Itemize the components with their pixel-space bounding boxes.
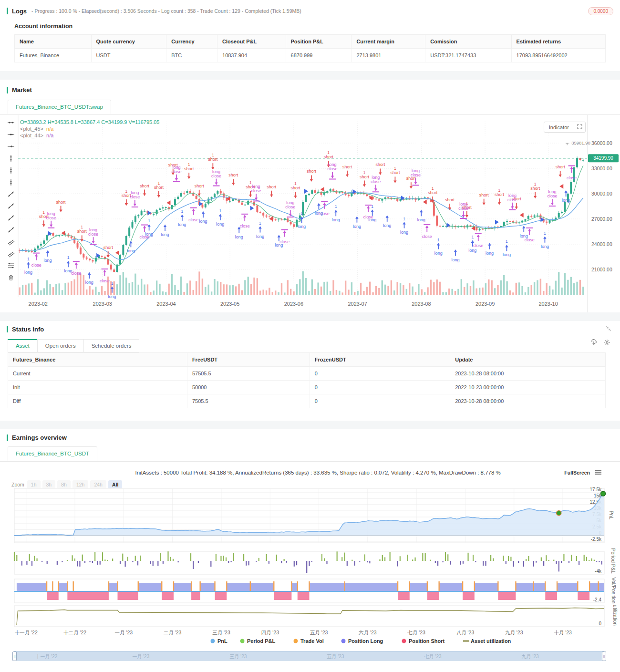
indicator-button[interactable]: Indicator [544,122,586,133]
svg-text:close: close [46,216,56,220]
fullscreen-button[interactable]: FullScreen [564,470,590,476]
market-chart-svg[interactable]: 34199.9035981.9036000.0033000.0030000.00… [0,115,620,312]
svg-text:0: 0 [599,621,601,626]
earnings-tab-futures-binance-btc-usdt[interactable]: Futures_Binance_BTC_USDT [8,446,97,461]
svg-text:long: long [400,230,408,235]
status-row: Current57505.502023-10-28 08:00:00 [8,367,606,381]
svg-text:1: 1 [534,182,537,186]
account-cell: USDT:321.1747433 [425,49,511,62]
svg-text:close: close [458,206,468,211]
ray-tool-icon[interactable] [7,214,15,222]
parallel2-tool-icon[interactable] [7,250,15,258]
svg-text:long: long [434,251,443,256]
svg-text:PnL: PnL [217,638,227,644]
plot44-value: n/a [46,133,53,138]
market-section: Market Futures_Binance_BTC_USDT:swap O=3… [0,80,620,312]
svg-text:close: close [320,211,330,216]
svg-text:close: close [547,194,557,198]
svg-text:2023-10: 2023-10 [538,301,558,307]
navigator-label: 三月 '23 [230,653,247,660]
utilization-axis-title: utilization [612,605,618,626]
account-cell: 6870.999 [286,49,351,62]
tab-schedule-orders[interactable]: Schedule orders [83,339,140,352]
candlestick-chart[interactable]: O=33893.2 H=34535.8 L=33867.4 C=34199.9 … [0,115,620,312]
ohlc-values: O=33893.2 H=34535.8 L=33867.4 C=34199.9 … [20,119,159,125]
gear-icon[interactable] [604,339,610,352]
crosshair-tool-icon[interactable] [7,119,15,126]
section-accent-bar [7,8,8,14]
svg-text:short: short [307,169,317,174]
parallel-tool-icon[interactable] [7,238,15,246]
svg-text:long: long [353,224,361,229]
svg-text:六月 '23: 六月 '23 [359,630,377,635]
svg-text:2023-09: 2023-09 [475,301,495,307]
earnings-charts[interactable]: 17.5k15k12.5k10k7.5k5k2.5k0-2.5k-4k-2.40… [0,487,620,661]
trend-tool-icon[interactable] [7,190,15,198]
tab-open-orders[interactable]: Open orders [37,339,84,352]
menu-icon[interactable] [595,468,602,477]
earnings-title: Earnings overview [12,434,67,441]
svg-text:short: short [228,173,238,177]
svg-text:short: short [390,170,400,175]
vline-tool-icon[interactable] [7,155,15,162]
download-icon[interactable] [590,339,597,352]
vline2-tool-icon[interactable] [7,166,15,174]
svg-text:long: long [468,248,476,253]
arrow-h-tool-icon[interactable] [7,143,15,150]
status-section: Status info Asset Open orders Schedule o… [0,321,620,421]
status-cell-update: 2022-10-23 00:00:00 [450,381,606,394]
svg-text:long: long [541,244,549,249]
account-table-row: Futures_BinanceUSDTBTC10837.9046870.9992… [15,49,606,62]
status-cell-update: 2023-10-28 08:00:00 [450,367,606,381]
plot45-value: n/a [46,126,53,132]
svg-text:close: close [279,239,289,244]
svg-text:short: short [154,185,164,190]
earnings-stats: InitAssets : 50000 Total Profit: 34.188 … [10,470,564,476]
status-cell-name[interactable]: Current [8,367,187,381]
trend2-tool-icon[interactable] [7,202,15,210]
vrange-tool-icon[interactable] [7,178,15,186]
range-navigator[interactable]: 十一月 '22一月 '23三月 '23五月 '23七月 '23九月 '23 ||… [14,651,604,661]
trash-tool-icon[interactable] [7,274,15,281]
collapse-icon[interactable] [606,325,611,333]
status-cell-name: Init [8,381,187,394]
account-cell: BTC [166,49,217,62]
logs-title: Logs [12,8,27,15]
svg-text:close: close [171,169,181,174]
svg-text:1: 1 [181,209,184,214]
navigator-left-handle[interactable]: || [12,651,17,661]
svg-text:close: close [71,271,81,276]
svg-text:1: 1 [437,238,440,242]
svg-text:-4k: -4k [595,569,602,574]
tab-asset[interactable]: Asset [8,339,38,352]
svg-text:1: 1 [125,189,127,194]
svg-text:long: long [332,217,340,222]
svg-text:2023-04: 2023-04 [156,301,176,307]
account-cell: Futures_Binance [15,49,92,62]
svg-text:1: 1 [394,166,396,171]
svg-text:short: short [556,165,566,169]
svg-text:close: close [363,215,373,219]
svg-text:2023-07: 2023-07 [348,301,367,307]
svg-text:1: 1 [259,221,261,226]
svg-text:1: 1 [363,170,366,175]
svg-text:2023-05: 2023-05 [220,301,239,307]
fullscreen-expand-icon[interactable] [574,122,585,132]
trend-h-tool-icon[interactable] [7,131,15,138]
section-divider [0,71,620,80]
account-col: Position P&L [286,35,351,49]
navigator-right-handle[interactable]: || [602,651,606,661]
drawing-toolbar[interactable] [5,119,17,281]
numbered-tool-icon[interactable] [7,226,15,234]
svg-text:-2.5k: -2.5k [591,537,602,542]
svg-text:30000.00: 30000.00 [591,191,612,196]
earnings-svg[interactable]: 17.5k15k12.5k10k7.5k5k2.5k0-2.5k-4k-2.40… [0,487,620,647]
align-tool-icon[interactable] [7,262,15,269]
market-tab-futures-binance-btc-usdt[interactable]: Futures_Binance_BTC_USDT:swap [8,100,111,114]
svg-text:1: 1 [148,218,150,223]
account-col: Comission [425,35,511,49]
status-cell-update: 2023-10-28 08:00:00 [450,394,606,408]
pnl-axis-title: PnL [609,511,615,520]
status-title: Status info [12,326,44,333]
svg-text:1: 1 [67,255,70,260]
